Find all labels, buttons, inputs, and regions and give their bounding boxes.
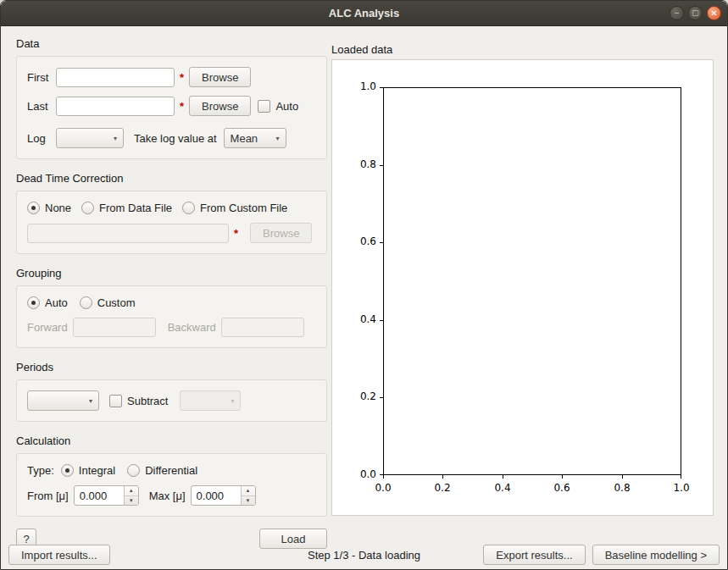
first-label: First [27,71,56,84]
dead-time-groupbox: None From Data File From Custom File * B… [16,191,327,254]
last-run-input[interactable] [56,97,175,116]
periods-section-label: Periods [16,361,327,374]
y-tick-label: 1.0 [332,80,376,92]
y-tick-mark [380,397,383,398]
export-results-button[interactable]: Export results... [483,545,585,565]
spin-down-icon[interactable]: ▼ [125,496,138,506]
from-label: From [μ] [27,490,69,502]
take-log-dropdown[interactable]: Mean ▾ [224,128,286,148]
dead-time-custom-file-radio[interactable]: From Custom File [182,202,287,214]
first-run-input[interactable] [56,68,175,87]
x-tick-mark [681,475,681,479]
type-label: Type: [27,464,54,477]
subtract-period-dropdown: ▾ [180,390,241,411]
grouping-section-label: Grouping [16,267,327,279]
dead-time-section-label: Dead Time Correction [16,172,327,185]
backward-label: Backward [168,321,216,334]
status-bar: Step 1/3 - Data loading Import results..… [1,540,727,569]
last-label: Last [27,100,56,113]
y-tick-label: 0.2 [332,390,376,402]
from-spinbox[interactable]: ▲ ▼ [74,485,139,506]
auto-checkbox-label: Auto [275,100,298,113]
maximize-icon: ▢ [692,9,699,17]
grouping-values-row: Forward Backward [27,318,316,337]
close-button[interactable]: ✕ [707,6,721,20]
radio-icon [27,202,40,214]
y-tick-mark [380,165,383,166]
grouping-custom-radio[interactable]: Custom [80,296,136,309]
dead-time-none-radio[interactable]: None [27,202,71,214]
grouping-groupbox: Auto Custom Forward Backward [16,285,327,348]
take-log-dropdown-value: Mean [231,132,258,145]
grouping-auto-label: Auto [45,296,68,309]
minimize-button[interactable]: – [670,6,684,20]
dead-time-data-file-label: From Data File [99,202,172,214]
last-browse-button[interactable]: Browse [189,96,251,116]
subtract-checkbox[interactable] [109,395,122,407]
x-tick-label: 0.2 [430,482,455,494]
max-spinbox-input[interactable] [192,486,241,505]
y-tick-mark [380,320,383,321]
required-asterisk: * [180,71,184,84]
radio-icon [81,202,94,214]
first-browse-button[interactable]: Browse [189,67,251,87]
calculation-groupbox: Type: Integral Differential From [μ] [16,453,327,517]
dead-time-options-row: None From Data File From Custom File [27,202,316,214]
radio-icon [80,296,92,309]
differential-radio[interactable]: Differential [127,464,197,477]
last-run-row: Last * Browse Auto [27,96,316,116]
data-section-label: Data [16,37,327,50]
x-tick-label: 0.8 [609,482,635,494]
integral-label: Integral [79,464,115,477]
controls-panel: Data First * Browse Last * Browse Auto L… [16,25,327,549]
required-asterisk: * [180,100,184,113]
dead-time-custom-file-label: From Custom File [200,202,287,214]
dead-time-data-file-radio[interactable]: From Data File [81,202,172,214]
x-tick-mark [622,475,623,479]
loaded-data-plot[interactable]: 1.0 0.8 0.6 0.4 0.2 0.0 0.0 0.2 0.4 0.6 … [331,59,714,516]
import-results-button[interactable]: Import results... [8,545,110,565]
forward-label: Forward [27,321,68,334]
plot-axes [383,87,681,475]
x-tick-label: 0.0 [370,482,396,494]
spin-up-icon[interactable]: ▲ [125,486,138,496]
radio-icon [182,202,195,214]
minimize-icon: – [675,9,679,17]
x-tick-label: 0.6 [549,482,575,494]
grouping-auto-radio[interactable]: Auto [27,296,68,309]
periods-row: ▾ Subtract ▾ [27,390,316,411]
y-tick-label: 0.6 [332,235,376,247]
calculation-type-row: Type: Integral Differential [27,464,316,477]
max-label: Max [μ] [149,490,186,502]
alc-analysis-window: ALC Analysis – ▢ ✕ Data First * Browse L… [0,0,728,570]
maximize-button[interactable]: ▢ [688,6,703,20]
x-tick-mark [383,475,384,479]
required-asterisk: * [234,227,238,240]
data-groupbox: First * Browse Last * Browse Auto Log ▾ [16,56,327,159]
integral-radio[interactable]: Integral [61,464,115,477]
grouping-options-row: Auto Custom [27,296,316,309]
periods-groupbox: ▾ Subtract ▾ [16,379,327,422]
log-dropdown[interactable]: ▾ [56,128,124,148]
x-tick-mark [562,475,563,479]
grouping-custom-label: Custom [97,296,136,309]
radio-icon [127,464,140,477]
period-dropdown[interactable]: ▾ [27,390,99,411]
auto-last-checkbox[interactable] [258,100,270,113]
y-tick-mark [380,242,383,243]
max-spinbox[interactable]: ▲ ▼ [191,485,256,506]
from-spinbox-input[interactable] [75,486,124,505]
dead-time-none-label: None [45,202,71,214]
calculation-range-row: From [μ] ▲ ▼ Max [μ] ▲ ▼ [27,485,316,506]
spin-up-icon[interactable]: ▲ [242,486,255,496]
y-tick-label: 0.8 [332,158,376,170]
y-tick-mark [380,87,383,88]
differential-label: Differential [145,464,197,477]
spin-arrows: ▲ ▼ [241,486,255,505]
spin-down-icon[interactable]: ▼ [242,496,255,506]
loaded-data-label: Loaded data [331,43,392,56]
title-bar[interactable]: ALC Analysis – ▢ ✕ [1,1,727,26]
baseline-modelling-button[interactable]: Baseline modelling > [592,545,720,565]
chevron-down-icon: ▾ [114,135,117,142]
chevron-down-icon: ▾ [276,135,280,142]
